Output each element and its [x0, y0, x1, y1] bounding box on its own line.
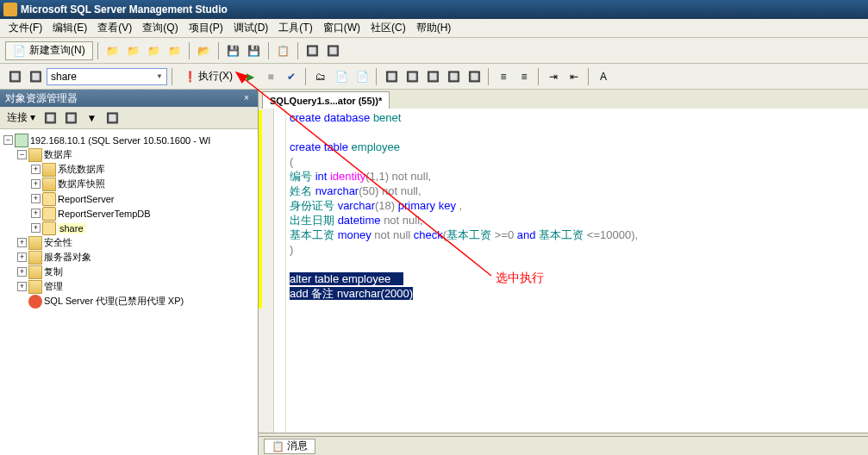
folder-icon — [28, 148, 42, 162]
menu-file[interactable]: 文件(F) — [3, 19, 47, 37]
expand-icon[interactable]: + — [31, 223, 41, 233]
save-all-button[interactable]: 💾 — [245, 41, 264, 60]
folder-icon — [42, 178, 56, 191]
messages-tab[interactable]: 📋 消息 — [264, 439, 315, 454]
expand-icon[interactable]: + — [17, 267, 27, 277]
app-icon — [3, 3, 17, 16]
expand-icon[interactable]: + — [31, 194, 41, 203]
tab-sqlquery1[interactable]: SQLQuery1.s...ator (55))* — [262, 91, 390, 109]
tree-security[interactable]: + 安全性 — [3, 235, 254, 250]
outdent-button[interactable]: ⇤ — [565, 67, 584, 86]
outline-bar — [274, 109, 286, 433]
menu-project[interactable]: 项目(P) — [184, 19, 228, 37]
explorer-tb-4[interactable]: 🔲 — [103, 109, 122, 128]
menu-edit[interactable]: 编辑(E) — [47, 19, 92, 37]
toolbar-main: 📄 新建查询(N) 📁 📁 📁 📁 📂 💾 💾 📋 🔲 🔲 — [0, 38, 868, 64]
comment-button[interactable]: ≡ — [494, 67, 513, 86]
execute-button[interactable]: ❗ 执行(X) — [178, 67, 239, 86]
collapse-icon[interactable]: − — [17, 150, 27, 159]
tb-btn-11[interactable]: 🔲 — [324, 41, 343, 60]
folder-icon — [28, 236, 42, 250]
tb-btn-2[interactable]: 📁 — [124, 41, 143, 60]
bottom-tabs: 📋 消息 — [259, 436, 868, 455]
code-content: create database benet create table emplo… — [290, 110, 868, 301]
window-title: Microsoft SQL Server Management Studio — [21, 3, 228, 16]
tb2-btn-13[interactable]: 🔲 — [465, 67, 484, 86]
folder-icon — [42, 163, 56, 177]
tb2-btn-9[interactable]: 🔲 — [382, 67, 401, 86]
menu-debug[interactable]: 调试(D) — [228, 19, 274, 37]
tree-replication[interactable]: + 复制 — [3, 265, 254, 279]
folder-icon — [28, 265, 42, 279]
folder-icon — [28, 280, 42, 294]
save-button[interactable]: 💾 — [224, 41, 243, 60]
tree-snapshots[interactable]: + 数据库快照 — [3, 177, 254, 191]
tree-reportserver[interactable]: + ReportServer — [3, 191, 254, 206]
collapse-icon[interactable]: − — [3, 135, 13, 145]
explorer-toolbar: 连接 ▾ 🔲 🔲 ▼ 🔲 — [0, 107, 258, 129]
menu-view[interactable]: 查看(V) — [92, 19, 137, 37]
tb-btn-1[interactable]: 📁 — [103, 41, 122, 60]
messages-icon: 📋 — [272, 440, 284, 452]
tree-server-objects[interactable]: + 服务器对象 — [3, 250, 254, 265]
tree-view[interactable]: − 192.168.10.1 (SQL Server 10.50.1600 - … — [0, 129, 258, 455]
folder-icon — [28, 251, 42, 265]
stop-button[interactable]: ■ — [261, 67, 280, 86]
tb-btn-10[interactable]: 🔲 — [303, 41, 322, 60]
tb-btn-3[interactable]: 📁 — [145, 41, 164, 60]
database-icon — [42, 192, 56, 206]
tree-management[interactable]: + 管理 — [3, 279, 254, 294]
tb2-btn-12[interactable]: 🔲 — [444, 67, 463, 86]
tb2-btn-11[interactable]: 🔲 — [423, 67, 442, 86]
tb-btn-9[interactable]: 📋 — [274, 41, 293, 60]
code-editor[interactable]: create database benet create table emplo… — [259, 109, 868, 433]
expand-icon[interactable]: + — [17, 238, 27, 247]
chevron-down-icon: ▼ — [156, 72, 163, 80]
titlebar: Microsoft SQL Server Management Studio — [0, 0, 868, 19]
tree-sysdb[interactable]: + 系统数据库 — [3, 162, 254, 177]
tab-strip: SQLQuery1.s...ator (55))* — [259, 90, 868, 109]
explorer-tb-2[interactable]: 🔲 — [61, 109, 80, 128]
tb-btn-4[interactable]: 📁 — [165, 41, 184, 60]
tb2-btn-10[interactable]: 🔲 — [403, 67, 422, 86]
expand-icon[interactable]: + — [31, 209, 41, 218]
tb2-btn-18[interactable]: A — [594, 67, 613, 86]
close-icon[interactable]: × — [240, 92, 253, 104]
explorer-tb-3[interactable]: ▼ — [82, 109, 101, 128]
tb2-btn-2[interactable]: 🔲 — [26, 67, 45, 86]
gutter — [259, 109, 274, 433]
tree-databases[interactable]: − 数据库 — [3, 147, 254, 162]
server-icon — [15, 134, 28, 147]
tb2-btn-8[interactable]: 📄 — [353, 67, 372, 86]
open-button[interactable]: 📂 — [195, 41, 214, 60]
expand-icon[interactable]: + — [31, 179, 41, 189]
new-query-icon: 📄 — [13, 45, 26, 57]
tree-reportservertemp[interactable]: + ReportServerTempDB — [3, 206, 254, 221]
explorer-tb-1[interactable]: 🔲 — [41, 109, 59, 128]
expand-icon[interactable]: + — [31, 165, 41, 174]
tree-share[interactable]: + share — [3, 221, 254, 235]
tb2-btn-1[interactable]: 🔲 — [5, 67, 24, 86]
annotation-text: 选中执行 — [496, 271, 544, 286]
menu-query[interactable]: 查询(Q) — [137, 19, 183, 37]
parse-button[interactable]: ✔ — [282, 67, 301, 86]
debug-button[interactable]: ▶ — [240, 67, 259, 86]
expand-icon[interactable]: + — [17, 252, 27, 262]
menu-community[interactable]: 社区(C) — [365, 19, 411, 37]
connect-button[interactable]: 连接 ▾ — [3, 110, 39, 125]
menu-window[interactable]: 窗口(W) — [318, 19, 365, 37]
menu-tools[interactable]: 工具(T) — [273, 19, 317, 37]
menu-help[interactable]: 帮助(H) — [411, 19, 457, 37]
indent-button[interactable]: ⇥ — [544, 67, 563, 86]
expand-icon[interactable]: + — [17, 282, 27, 291]
agent-icon — [28, 295, 42, 309]
tree-server[interactable]: − 192.168.10.1 (SQL Server 10.50.1600 - … — [3, 133, 254, 147]
menubar: 文件(F) 编辑(E) 查看(V) 查询(Q) 项目(P) 调试(D) 工具(T… — [0, 19, 868, 38]
uncomment-button[interactable]: ≡ — [515, 67, 534, 86]
database-icon — [42, 221, 56, 235]
new-query-button[interactable]: 📄 新建查询(N) — [5, 41, 93, 60]
tb2-btn-7[interactable]: 📄 — [332, 67, 351, 86]
database-selector[interactable]: share ▼ — [47, 68, 167, 85]
tb2-btn-6[interactable]: 🗂 — [311, 67, 330, 86]
tree-agent[interactable]: SQL Server 代理(已禁用代理 XP) — [3, 294, 254, 309]
